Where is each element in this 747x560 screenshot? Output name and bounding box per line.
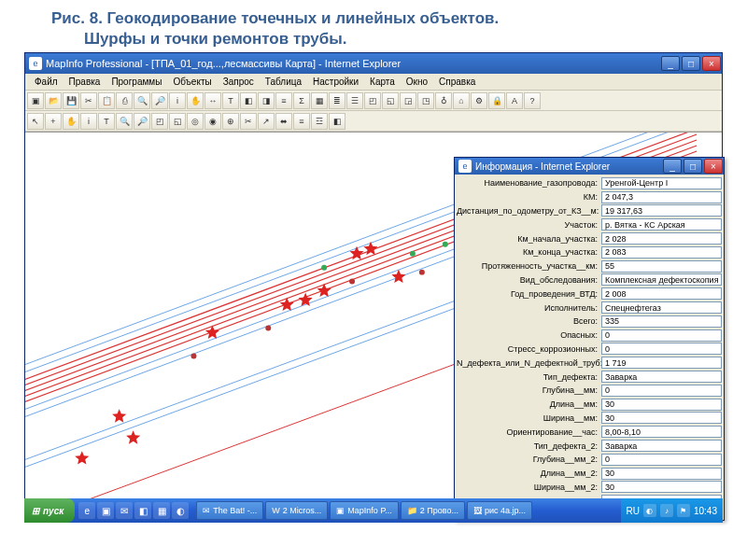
toolbar-button[interactable]: 🔎 — [134, 113, 150, 130]
info-value-input[interactable]: 30 — [601, 399, 722, 411]
minimize-button[interactable]: _ — [661, 56, 680, 71]
info-value-input[interactable]: 2 047,3 — [601, 191, 722, 203]
toolbar-button[interactable]: ✂ — [240, 113, 257, 130]
toolbar-button[interactable]: A — [506, 92, 523, 109]
info-value-input[interactable]: 0 — [601, 454, 722, 466]
menu-Окно[interactable]: Окно — [401, 77, 433, 87]
task-item[interactable]: ▣MapInfo P... — [330, 501, 398, 520]
toolbar-button[interactable]: ≡ — [293, 113, 310, 130]
toolbar-button[interactable]: ◧ — [240, 92, 257, 109]
menu-Запрос[interactable]: Запрос — [218, 77, 260, 87]
toolbar-button[interactable]: ◎ — [187, 113, 204, 130]
info-value-input[interactable]: 8,00-8,10 — [601, 426, 722, 438]
info-value-input[interactable]: 55 — [601, 260, 722, 273]
info-value-input[interactable]: Комплексная дефектоскопия + СКС — [601, 273, 722, 286]
toolbar-button[interactable]: ▦ — [311, 92, 328, 109]
info-maximize-button[interactable]: □ — [684, 159, 702, 174]
toolbar-button[interactable]: 📂 — [45, 92, 62, 109]
ql-item[interactable]: ◐ — [172, 502, 189, 519]
tray-icon[interactable]: ♪ — [660, 504, 673, 517]
toolbar-button[interactable]: i — [169, 92, 186, 109]
toolbar-button[interactable]: ▣ — [27, 92, 44, 109]
task-item[interactable]: ✉The Bat! -... — [196, 501, 263, 520]
toolbar-button[interactable]: ✂ — [80, 92, 97, 109]
toolbar-button[interactable]: ↔ — [204, 92, 221, 109]
toolbar-button[interactable]: ⊕ — [222, 113, 239, 130]
maximize-button[interactable]: □ — [682, 56, 700, 71]
ql-item[interactable]: e — [78, 502, 95, 519]
toolbar-button[interactable]: ⬌ — [275, 113, 292, 130]
info-minimize-button[interactable]: _ — [663, 159, 682, 174]
info-value-input[interactable]: 19 317,63 — [601, 204, 722, 217]
toolbar-button[interactable]: 🔍 — [116, 113, 133, 130]
toolbar-button[interactable]: ↖ — [27, 113, 44, 130]
toolbar-button[interactable]: ≣ — [329, 92, 345, 109]
info-value-input[interactable]: 1 719 — [601, 357, 722, 369]
info-value-input[interactable]: Уренгой-Центр I — [601, 177, 722, 189]
ql-item[interactable]: ✉ — [116, 502, 133, 519]
toolbar-button[interactable]: 🔎 — [151, 92, 168, 109]
toolbar-button[interactable]: T — [222, 92, 239, 109]
info-value-input[interactable]: 30 — [601, 412, 722, 424]
toolbar-button[interactable]: ⎙ — [116, 92, 133, 109]
info-value-input[interactable]: 2 028 — [601, 232, 722, 245]
toolbar-button[interactable]: ? — [524, 92, 541, 109]
toolbar-button[interactable]: ≡ — [275, 92, 292, 109]
toolbar-button[interactable]: 💾 — [63, 92, 79, 109]
toolbar-button[interactable]: ◱ — [169, 113, 186, 130]
toolbar-button[interactable]: + — [45, 113, 62, 130]
toolbar-button[interactable]: i — [80, 113, 97, 130]
info-value-input[interactable]: 335 — [601, 315, 722, 328]
toolbar-button[interactable]: ◳ — [417, 92, 434, 109]
toolbar-button[interactable]: 🔍 — [134, 92, 150, 109]
toolbar-button[interactable]: ✋ — [187, 92, 204, 109]
toolbar-button[interactable]: ⚙ — [471, 92, 487, 109]
close-button[interactable]: × — [702, 56, 721, 71]
toolbar-button[interactable]: ◧ — [329, 113, 345, 130]
tray-icon[interactable]: ◐ — [643, 504, 656, 517]
info-close-button[interactable]: × — [704, 159, 723, 174]
info-value-input[interactable]: 2 008 — [601, 287, 722, 300]
info-value-input[interactable]: 2 083 — [601, 246, 722, 259]
menu-Справка[interactable]: Справка — [433, 77, 481, 87]
toolbar-button[interactable]: ◲ — [400, 92, 416, 109]
info-value-input[interactable]: 0 — [601, 343, 722, 355]
info-value-input[interactable]: 0 — [601, 385, 722, 397]
info-value-input[interactable]: Заварка — [601, 371, 722, 383]
info-value-input[interactable]: 0 — [601, 329, 722, 342]
toolbar-button[interactable]: ✋ — [63, 113, 79, 130]
toolbar-button[interactable]: 🔒 — [488, 92, 505, 109]
toolbar-button[interactable]: T — [98, 113, 115, 130]
ql-item[interactable]: ▦ — [153, 502, 170, 519]
menu-Правка[interactable]: Правка — [63, 77, 106, 87]
toolbar-button[interactable]: ☲ — [311, 113, 328, 130]
menu-Файл[interactable]: Файл — [29, 77, 63, 87]
toolbar-button[interactable]: ◰ — [151, 113, 168, 130]
menu-Программы[interactable]: Программы — [106, 77, 167, 87]
info-value-input[interactable]: Спецнефтегаз — [601, 301, 722, 314]
toolbar-button[interactable]: ◨ — [258, 92, 275, 109]
task-item[interactable]: 🖼рис 4а.jp... — [467, 501, 532, 520]
menu-Объекты[interactable]: Объекты — [167, 77, 217, 87]
toolbar-button[interactable]: ♁ — [435, 92, 452, 109]
task-item[interactable]: W2 Micros... — [265, 501, 328, 520]
menu-Таблица[interactable]: Таблица — [260, 77, 307, 87]
toolbar-button[interactable]: Σ — [293, 92, 310, 109]
info-value-input[interactable]: р. Вятка - КС Арская — [601, 218, 722, 231]
info-value-input[interactable]: 30 — [601, 468, 722, 480]
toolbar-button[interactable]: ☰ — [346, 92, 363, 109]
info-value-input[interactable]: Заварка — [601, 440, 722, 452]
tray-icon[interactable]: ⚑ — [677, 504, 690, 517]
toolbar-button[interactable]: ◉ — [204, 113, 221, 130]
task-item[interactable]: 📁2 Прово... — [401, 501, 465, 520]
toolbar-button[interactable]: ⌂ — [453, 92, 470, 109]
ql-item[interactable]: ◧ — [134, 502, 151, 519]
info-value-input[interactable]: 30 — [601, 481, 722, 493]
toolbar-button[interactable]: ↗ — [258, 113, 275, 130]
toolbar-button[interactable]: ◰ — [364, 92, 381, 109]
toolbar-button[interactable]: 📋 — [98, 92, 115, 109]
menu-Настройки[interactable]: Настройки — [307, 77, 364, 87]
menu-Карта[interactable]: Карта — [364, 77, 401, 87]
toolbar-button[interactable]: ◱ — [382, 92, 399, 109]
tray-lang[interactable]: RU — [627, 506, 640, 516]
